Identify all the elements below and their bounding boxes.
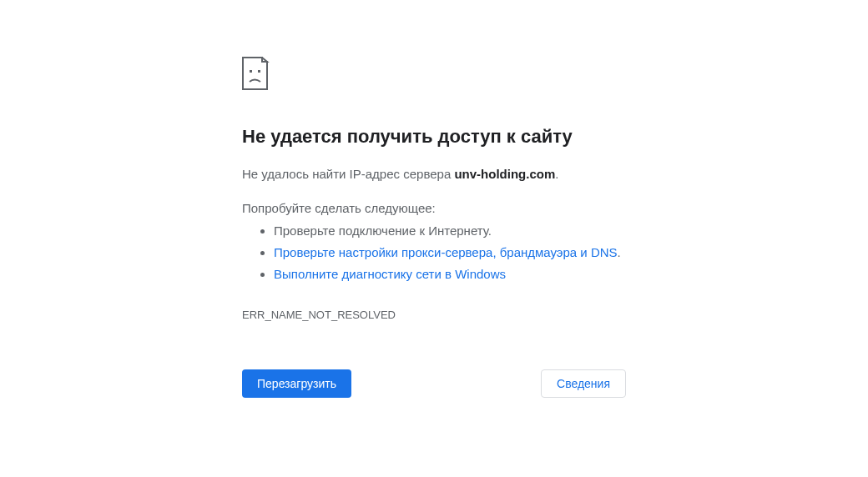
sad-page-icon [242, 57, 626, 93]
error-title: Не удается получить доступ к сайту [242, 125, 626, 149]
proxy-settings-link[interactable]: Проверьте настройки прокси-сервера, бран… [274, 245, 618, 259]
error-page-container: Не удается получить доступ к сайту Не уд… [242, 57, 626, 398]
suggestion-text: Проверьте подключение к Интернету. [274, 223, 492, 238]
error-message-prefix: Не удалось найти IP-адрес сервера [242, 167, 454, 181]
error-message: Не удалось найти IP-адрес сервера unv-ho… [242, 164, 626, 184]
suggestions-label: Попробуйте сделать следующее: [242, 201, 626, 215]
suggestion-item: Выполните диагностику сети в Windows [274, 264, 626, 285]
error-code: ERR_NAME_NOT_RESOLVED [242, 309, 626, 321]
error-hostname: unv-holding.com [454, 167, 555, 181]
suggestion-item: Проверьте настройки прокси-сервера, бран… [274, 242, 626, 264]
network-diagnostics-link[interactable]: Выполните диагностику сети в Windows [274, 267, 506, 281]
svg-rect-0 [250, 70, 252, 73]
suggestion-suffix: . [618, 245, 621, 259]
reload-button[interactable]: Перезагрузить [242, 369, 351, 398]
button-row: Перезагрузить Сведения [242, 369, 626, 398]
suggestion-item: Проверьте подключение к Интернету. [274, 220, 626, 242]
error-message-suffix: . [555, 167, 558, 181]
suggestions-list: Проверьте подключение к Интернету. Прове… [242, 220, 626, 286]
details-button[interactable]: Сведения [541, 369, 626, 398]
svg-rect-1 [258, 70, 260, 73]
